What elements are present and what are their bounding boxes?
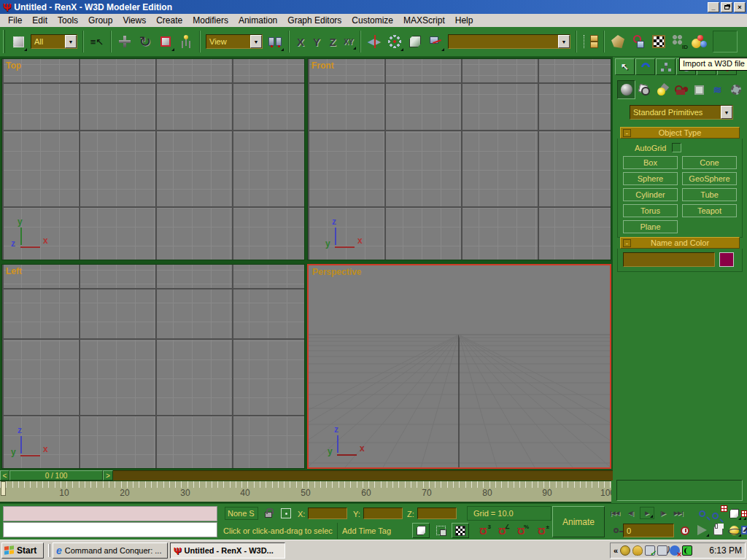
viewport-left[interactable]: Left z y x: [1, 264, 305, 469]
update-tray-icon[interactable]: [632, 545, 643, 556]
menu-file[interactable]: File: [3, 14, 27, 27]
menu-edit[interactable]: Edit: [27, 14, 53, 27]
category-cameras[interactable]: [672, 80, 690, 99]
zoom-all-button[interactable]: [711, 506, 726, 521]
animate-button[interactable]: Animate: [552, 506, 605, 537]
named-selection-dropdown[interactable]: ▼: [448, 34, 570, 49]
start-button[interactable]: Start: [1, 542, 44, 559]
reference-coordsys-dropdown[interactable]: View ▼: [206, 34, 263, 49]
viewport-top-label[interactable]: Top: [6, 61, 21, 71]
time-slider-prev-button[interactable]: <: [0, 470, 9, 481]
dropdown-arrow-icon[interactable]: ▼: [250, 35, 262, 48]
category-shapes[interactable]: [635, 80, 654, 99]
absolute-offset-toggle[interactable]: [279, 506, 293, 521]
collapse-icon[interactable]: -: [623, 129, 631, 137]
zoom-extents-all-button[interactable]: [741, 506, 747, 521]
z-coord-field[interactable]: [417, 508, 457, 519]
array-button[interactable]: [385, 31, 404, 52]
track-bar-ruler[interactable]: 10 20 30 40 50 60 70 80 90 100: [0, 481, 611, 503]
autogrid-checkbox[interactable]: [672, 143, 681, 152]
menu-graph-editors[interactable]: Graph Editors: [282, 14, 347, 27]
uvw-unwrap-button[interactable]: [608, 31, 627, 52]
cylinder-button[interactable]: Cylinder: [623, 188, 678, 201]
pan-button[interactable]: [711, 523, 726, 537]
next-frame-button[interactable]: |▶: [656, 507, 670, 519]
menu-tools[interactable]: Tools: [53, 14, 83, 27]
arc-rotate-button[interactable]: [727, 523, 742, 537]
percent-snap-toggle[interactable]: Ω%: [512, 523, 530, 538]
go-to-end-button[interactable]: ▶▶|: [671, 507, 686, 519]
globe-tray-icon[interactable]: [620, 545, 630, 556]
menu-views[interactable]: Views: [117, 14, 151, 27]
primitive-category-dropdown[interactable]: Standard Primitives ▼: [630, 105, 733, 120]
current-frame-field[interactable]: 0: [623, 524, 674, 537]
zoom-extents-button[interactable]: [727, 506, 742, 521]
menu-animation[interactable]: Animation: [233, 14, 282, 27]
material-editor-button[interactable]: [649, 31, 668, 52]
wireless-tray-icon[interactable]: [657, 545, 667, 556]
menu-customize[interactable]: Customize: [347, 14, 398, 27]
tab-hierarchy[interactable]: [656, 58, 676, 75]
object-type-rollout-header[interactable]: - Object Type: [620, 127, 740, 139]
minimize-button[interactable]: _: [708, 2, 719, 12]
category-helpers[interactable]: [690, 80, 708, 99]
tray-collapse-chevron[interactable]: «: [614, 546, 618, 555]
sphere-button[interactable]: Sphere: [623, 172, 678, 185]
time-slider[interactable]: 0 / 100: [9, 470, 103, 481]
field-of-view-button[interactable]: [694, 523, 710, 537]
zoom-button[interactable]: [694, 506, 710, 521]
menu-create[interactable]: Create: [151, 14, 187, 27]
restrict-x-button[interactable]: X: [293, 33, 309, 50]
select-and-manipulate-button[interactable]: [177, 31, 196, 52]
viewport-perspective-label[interactable]: Perspective: [312, 267, 361, 277]
align-button[interactable]: [426, 31, 445, 52]
render-type-box[interactable]: [713, 31, 738, 52]
previous-frame-button[interactable]: ◀|: [624, 507, 638, 519]
teapot-button[interactable]: Teapot: [682, 204, 737, 217]
task-command-and-conquer[interactable]: e Command and Conquer: ...: [53, 542, 168, 559]
plane-button[interactable]: Plane: [623, 220, 678, 233]
viewport-perspective[interactable]: Perspective z y x: [307, 264, 611, 469]
object-name-field[interactable]: [623, 252, 715, 267]
snap-3d-toggle[interactable]: Ω3: [474, 523, 492, 538]
toolbar-drag-handle[interactable]: [3, 30, 5, 53]
maxscript-input-field[interactable]: [3, 522, 217, 537]
category-geometry[interactable]: [617, 80, 635, 99]
name-color-rollout-header[interactable]: - Name and Color: [620, 237, 740, 249]
y-coord-field[interactable]: [363, 508, 403, 519]
restore-button[interactable]: [721, 2, 732, 12]
play-button[interactable]: ▶: [640, 507, 654, 519]
cone-button[interactable]: Cone: [682, 156, 737, 169]
select-and-move-button[interactable]: [115, 31, 134, 52]
select-and-rotate-button[interactable]: ↻: [136, 31, 155, 52]
time-slider-next-button[interactable]: >: [103, 470, 113, 481]
torus-button[interactable]: Torus: [623, 204, 678, 217]
select-by-name-button[interactable]: ≡ ↖: [88, 31, 107, 52]
restrict-y-button[interactable]: Y: [309, 33, 325, 50]
selection-filter-dropdown[interactable]: All ▼: [31, 34, 77, 49]
geosphere-button[interactable]: GeoSphere: [682, 172, 737, 185]
box-button[interactable]: Box: [623, 156, 678, 169]
tab-create[interactable]: ↖: [615, 58, 635, 75]
time-configuration-button[interactable]: [677, 523, 693, 538]
menu-maxscript[interactable]: MAXScript: [398, 14, 450, 27]
snap-cube-button[interactable]: [406, 31, 425, 52]
use-pivot-center-button[interactable]: [266, 31, 285, 52]
material-id-button[interactable]: ID: [670, 31, 689, 52]
spacing-tool-button[interactable]: [581, 31, 600, 52]
restrict-z-button[interactable]: Z: [325, 33, 341, 50]
select-region-button[interactable]: [9, 31, 28, 52]
time-slider-track[interactable]: [113, 470, 613, 481]
task-renx[interactable]: Ψ Untitled - RenX - W3D...: [170, 542, 285, 559]
category-space-warps[interactable]: ≋: [708, 80, 727, 99]
viewport-top[interactable]: Top y z x: [1, 58, 305, 260]
restrict-xy-plane-button[interactable]: XY: [341, 33, 357, 50]
dropdown-arrow-icon[interactable]: ▼: [721, 106, 732, 119]
object-color-swatch[interactable]: [719, 252, 734, 267]
viewport-left-label[interactable]: Left: [6, 266, 22, 276]
key-mode-toggle[interactable]: [610, 523, 622, 537]
selection-lock-button[interactable]: [261, 506, 276, 521]
menu-group[interactable]: Group: [83, 14, 117, 27]
category-systems[interactable]: [727, 80, 745, 99]
network-ok-tray-icon[interactable]: [645, 545, 655, 556]
